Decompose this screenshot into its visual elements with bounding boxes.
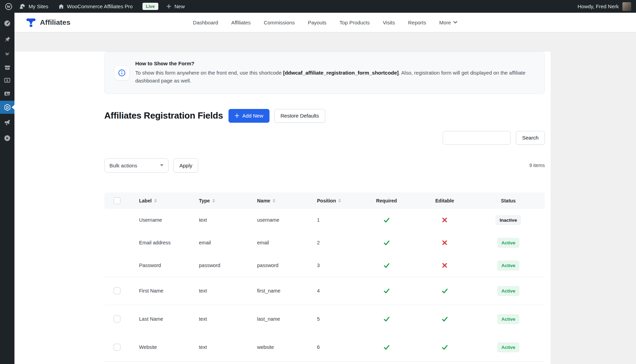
new-content-menu[interactable]: New: [166, 3, 185, 9]
search-button[interactable]: Search: [516, 131, 545, 145]
cell-type: text: [199, 344, 257, 350]
affiliates-logo-icon: [25, 17, 36, 28]
apply-button[interactable]: Apply: [173, 158, 198, 173]
cross-icon: [442, 262, 448, 268]
affiliates-plugin-icon: D: [4, 104, 11, 111]
search-input[interactable]: [443, 131, 511, 145]
check-icon: [383, 344, 390, 351]
pushpin-icon: [4, 36, 11, 43]
table-row: First Name text first_name 4 Active: [104, 277, 545, 305]
row-checkbox[interactable]: [114, 287, 120, 294]
cell-position: 5: [317, 316, 356, 322]
bulk-actions-select[interactable]: Bulk actions: [104, 158, 169, 173]
add-new-button[interactable]: Add New: [229, 109, 269, 123]
cell-type: password: [199, 263, 257, 268]
row-checkbox[interactable]: [114, 316, 120, 322]
status-badge: Active: [497, 342, 520, 352]
play-circle-icon: [4, 135, 11, 142]
column-header-label[interactable]: Label: [139, 198, 199, 203]
howdy-text[interactable]: Howdy, Fred Nerk: [577, 3, 619, 9]
table-row: Last Name text last_name 5 Active: [104, 305, 545, 333]
status-badge: Active: [497, 286, 520, 296]
status-badge: Active: [497, 314, 520, 324]
sidebar-item-marketing[interactable]: [0, 116, 14, 129]
sidebar-item-media[interactable]: [0, 132, 14, 145]
svg-text:D: D: [6, 105, 9, 109]
user-avatar[interactable]: [622, 2, 631, 11]
cell-editable: [417, 240, 472, 246]
sidebar-item-products[interactable]: [0, 61, 14, 74]
nav-item-affiliates[interactable]: Affiliates: [231, 20, 251, 25]
site-name-menu[interactable]: WooCommerce Affiliates Pro: [58, 3, 133, 10]
sidebar-item-affiliates-active[interactable]: D: [0, 101, 14, 114]
cell-label: First Name: [139, 288, 199, 294]
info-icon-card: [114, 65, 129, 80]
nav-item-reports[interactable]: Reports: [408, 20, 426, 25]
cell-position: 1: [317, 217, 356, 223]
page-title: Affiliates Registration Fields: [104, 110, 223, 121]
cell-label: Password: [139, 263, 199, 268]
site-name: WooCommerce Affiliates Pro: [67, 3, 133, 9]
column-header-status: Status: [472, 198, 545, 203]
cell-editable: [417, 344, 472, 351]
column-header-position[interactable]: Position: [317, 198, 356, 203]
status-badge: Active: [497, 238, 520, 248]
check-icon: [441, 287, 448, 295]
cross-icon: [442, 240, 448, 246]
select-caret-icon: [160, 164, 163, 166]
nav-item-visits[interactable]: Visits: [383, 20, 395, 25]
svg-text:$: $: [6, 78, 8, 82]
nav-item-top-products[interactable]: Top Products: [340, 20, 370, 25]
sidebar-item-dashboard[interactable]: [0, 17, 14, 30]
woocommerce-w-icon: w: [3, 50, 11, 57]
cell-required: [356, 344, 417, 351]
nav-item-payouts[interactable]: Payouts: [308, 20, 326, 25]
sidebar-item-woocommerce[interactable]: w: [0, 47, 14, 60]
cell-name: first_name: [257, 288, 317, 294]
live-badge: Live: [142, 3, 158, 10]
table-row: Email address email email 2 Active: [104, 232, 545, 254]
cell-required: [356, 217, 417, 224]
nav-item-commissions[interactable]: Commissions: [264, 20, 295, 25]
check-icon: [383, 287, 390, 295]
cell-position: 4: [317, 288, 356, 294]
sidebar-item-payments[interactable]: $: [0, 74, 14, 87]
sidebar-item-posts[interactable]: [0, 33, 14, 46]
cell-name: username: [257, 217, 317, 223]
content-card: How to Show the Form? To show this form …: [14, 52, 551, 364]
sort-arrows-icon: [212, 199, 215, 202]
payment-card-icon: $: [4, 77, 11, 84]
cross-icon: [442, 217, 448, 223]
column-header-editable: Editable: [417, 198, 472, 203]
restore-defaults-button[interactable]: Restore Defaults: [274, 109, 325, 123]
check-icon: [441, 316, 448, 323]
cell-name: password: [257, 263, 317, 268]
brand[interactable]: Affiliates: [25, 17, 71, 28]
table-row: How will you select how_promote 7 Active: [104, 362, 545, 364]
cell-required: [356, 287, 417, 295]
table-row: Username text username 1 Inactive: [104, 209, 545, 232]
my-sites-menu[interactable]: My Sites: [19, 3, 49, 10]
cell-label: Website: [139, 344, 199, 350]
my-sites-icon: [19, 3, 26, 10]
cell-type: text: [199, 217, 257, 223]
column-header-type[interactable]: Type: [199, 198, 257, 203]
wordpress-logo-icon[interactable]: W: [5, 3, 12, 10]
sort-arrows-icon: [338, 199, 341, 202]
info-text-before: To show this form anywhere on the front …: [135, 70, 283, 76]
column-label-text: Label: [139, 198, 152, 203]
plus-icon: [166, 3, 172, 9]
cell-name: email: [257, 240, 317, 245]
select-all-checkbox[interactable]: [114, 197, 120, 204]
row-checkbox[interactable]: [114, 344, 120, 351]
cell-required: [356, 239, 417, 246]
cell-editable: [417, 217, 472, 223]
nav-item-more[interactable]: More: [439, 20, 457, 25]
cell-type: text: [199, 316, 257, 322]
info-icon: [118, 69, 126, 77]
column-header-name[interactable]: Name: [257, 198, 317, 203]
sidebar-item-customers[interactable]: [0, 87, 14, 100]
cell-label: Email address: [139, 240, 199, 245]
check-icon: [383, 262, 390, 269]
nav-item-dashboard[interactable]: Dashboard: [193, 20, 218, 25]
